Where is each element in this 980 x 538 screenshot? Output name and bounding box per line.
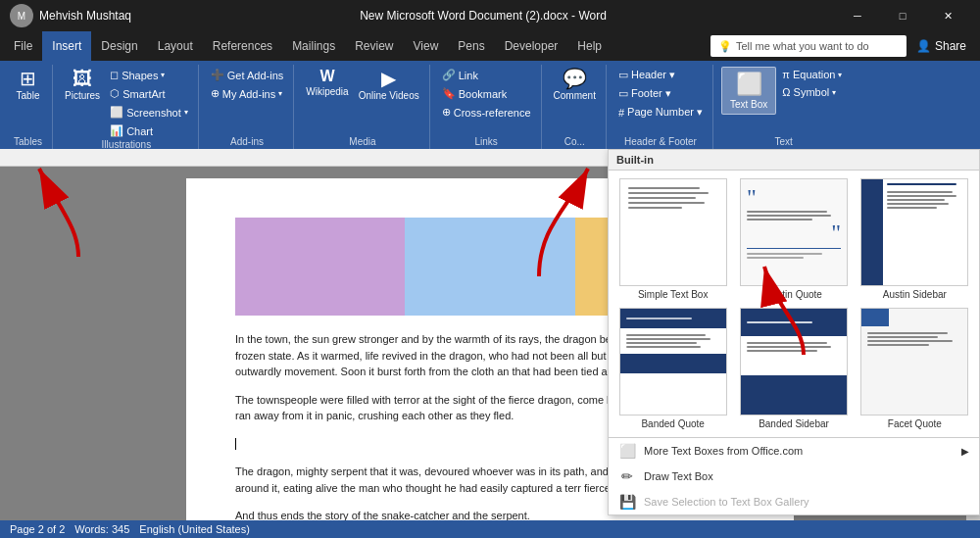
tab-mailings[interactable]: Mailings bbox=[282, 31, 345, 61]
austin-quote-label: Austin Quote bbox=[765, 289, 822, 300]
austin-preview: " " bbox=[740, 178, 848, 286]
symbol-button[interactable]: Ω Symbol ▾ bbox=[778, 84, 846, 100]
footer-icon: ▭ bbox=[618, 87, 628, 100]
symbol-icon: Ω bbox=[782, 86, 790, 98]
tab-layout[interactable]: Layout bbox=[148, 31, 203, 61]
textbox-austin-sidebar[interactable]: Austin Sidebar bbox=[858, 178, 971, 300]
banded-sidebar-preview bbox=[740, 308, 848, 416]
header-button[interactable]: ▭ Header ▾ bbox=[614, 67, 707, 83]
ribbon-group-text: ⬜ Text Box π Equation ▾ Ω Symbol ▾ Text bbox=[715, 65, 852, 149]
more-textboxes-action[interactable]: ⬜ More Text Boxes from Office.com ▶ bbox=[609, 438, 979, 464]
window-controls: ─ □ ✕ bbox=[835, 0, 970, 31]
draw-textbox-action[interactable]: ✏ Draw Text Box bbox=[609, 464, 979, 489]
tables-content: ⊞ Table bbox=[11, 65, 46, 136]
user-area: M Mehvish Mushtaq bbox=[10, 4, 131, 27]
search-placeholder: Tell me what you want to do bbox=[736, 40, 869, 52]
share-button[interactable]: 👤 Share bbox=[906, 39, 976, 53]
tab-help[interactable]: Help bbox=[567, 31, 612, 61]
status-bar: Page 2 of 2 Words: 345 English (United S… bbox=[0, 520, 980, 538]
save-icon: 💾 bbox=[618, 494, 636, 510]
textbox-banded-quote[interactable]: Banded Quote bbox=[616, 308, 729, 429]
tab-design[interactable]: Design bbox=[91, 31, 147, 61]
page-number-button[interactable]: # Page Number ▾ bbox=[614, 104, 707, 121]
text-content: ⬜ Text Box π Equation ▾ Ω Symbol ▾ bbox=[721, 65, 846, 136]
word-count: Words: 345 bbox=[74, 523, 129, 535]
banded-quote-label: Banded Quote bbox=[641, 418, 705, 429]
banded-quote-preview bbox=[619, 308, 727, 416]
lightbulb-icon: 💡 bbox=[718, 40, 732, 53]
cross-reference-button[interactable]: ⊕ Cross-reference bbox=[438, 104, 535, 121]
table-button[interactable]: ⊞ Table bbox=[11, 67, 46, 103]
ribbon-toolbar: ⊞ Table Tables 🖼 Pictures ◻ Shapes ▾ ⬡ S… bbox=[0, 61, 980, 149]
addins-content: ➕ Get Add-ins ⊕ My Add-ins ▾ bbox=[207, 65, 287, 136]
equation-button[interactable]: π Equation ▾ bbox=[778, 67, 846, 82]
smartart-button[interactable]: ⬡ SmartArt bbox=[106, 85, 192, 102]
my-addins-icon: ⊕ bbox=[211, 87, 220, 100]
textbox-facet-quote[interactable]: Facet Quote bbox=[858, 308, 971, 429]
tab-pens[interactable]: Pens bbox=[448, 31, 494, 61]
search-box[interactable]: 💡 Tell me what you want to do bbox=[710, 35, 906, 57]
arrow-icon: ▶ bbox=[961, 446, 969, 457]
screenshot-button[interactable]: ⬜ Screenshot ▾ bbox=[106, 104, 192, 121]
ribbon-group-tables: ⊞ Table Tables bbox=[4, 65, 53, 149]
textbox-grid: Simple Text Box " " bbox=[609, 171, 979, 437]
my-addins-button[interactable]: ⊕ My Add-ins ▾ bbox=[207, 85, 287, 102]
wikipedia-icon: W bbox=[319, 69, 334, 84]
save-selection-action: 💾 Save Selection to Text Box Gallery bbox=[609, 489, 979, 514]
draw-textbox-label: Draw Text Box bbox=[644, 470, 713, 482]
media-label: Media bbox=[349, 136, 375, 149]
ribbon-group-comments: 💬 Comment Co... bbox=[544, 65, 607, 149]
save-selection-label: Save Selection to Text Box Gallery bbox=[644, 496, 809, 508]
online-videos-button[interactable]: ▶ Online Videos bbox=[355, 67, 423, 103]
table-icon: ⊞ bbox=[20, 69, 36, 88]
tab-references[interactable]: References bbox=[203, 31, 282, 61]
close-button[interactable]: ✕ bbox=[925, 0, 970, 31]
tables-label: Tables bbox=[14, 136, 42, 149]
header-icon: ▭ bbox=[618, 69, 628, 81]
tab-review[interactable]: Review bbox=[345, 31, 403, 61]
equation-icon: π bbox=[782, 69, 790, 80]
maximize-button[interactable]: □ bbox=[880, 0, 925, 31]
user-name: Mehvish Mushtaq bbox=[39, 9, 131, 23]
austin-sidebar-label: Austin Sidebar bbox=[883, 289, 947, 300]
video-icon: ▶ bbox=[381, 69, 396, 88]
person-icon: 👤 bbox=[916, 39, 931, 53]
get-addins-button[interactable]: ➕ Get Add-ins bbox=[207, 67, 287, 83]
document-area: In the town, the sun grew stronger and b… bbox=[0, 149, 980, 520]
shapes-button[interactable]: ◻ Shapes ▾ bbox=[106, 67, 192, 83]
media-content: W Wikipedia ▶ Online Videos bbox=[302, 65, 422, 136]
bookmark-button[interactable]: 🔖 Bookmark bbox=[438, 85, 535, 102]
headerfooter-label: Header & Footer bbox=[624, 136, 697, 149]
page-number-icon: # bbox=[618, 107, 624, 119]
pictures-icon: 🖼 bbox=[73, 69, 92, 88]
wikipedia-button[interactable]: W Wikipedia bbox=[302, 67, 352, 99]
tab-file[interactable]: File bbox=[4, 31, 42, 61]
comments-content: 💬 Comment bbox=[550, 65, 600, 136]
link-button[interactable]: 🔗 Link bbox=[438, 67, 535, 83]
comment-button[interactable]: 💬 Comment bbox=[550, 67, 600, 103]
title-bar: M Mehvish Mushtaq New Microsoft Word Doc… bbox=[0, 0, 980, 31]
simple-label: Simple Text Box bbox=[638, 289, 709, 300]
minimize-button[interactable]: ─ bbox=[835, 0, 880, 31]
bookmark-icon: 🔖 bbox=[442, 87, 456, 100]
links-content: 🔗 Link 🔖 Bookmark ⊕ Cross-reference bbox=[438, 65, 535, 136]
pictures-button[interactable]: 🖼 Pictures bbox=[61, 67, 104, 103]
tab-view[interactable]: View bbox=[404, 31, 449, 61]
comments-label: Co... bbox=[564, 136, 585, 149]
comment-icon: 💬 bbox=[563, 69, 587, 88]
avatar: M bbox=[10, 4, 33, 27]
textbox-austin-quote[interactable]: " " Austin Quote bbox=[737, 178, 850, 300]
tab-developer[interactable]: Developer bbox=[495, 31, 568, 61]
more-icon: ⬜ bbox=[618, 443, 636, 459]
chart-button[interactable]: 📊 Chart bbox=[106, 122, 192, 139]
textbox-banded-sidebar[interactable]: Banded Sidebar bbox=[737, 308, 850, 429]
dropdown-actions: ⬜ More Text Boxes from Office.com ▶ ✏ Dr… bbox=[609, 437, 979, 514]
textbox-dropdown: Built-in Simple Text Box bbox=[608, 149, 980, 515]
tab-insert[interactable]: Insert bbox=[42, 31, 91, 61]
ribbon-group-illustrations: 🖼 Pictures ◻ Shapes ▾ ⬡ SmartArt ⬜ Scree… bbox=[55, 65, 199, 149]
austin-sidebar-preview bbox=[860, 178, 968, 286]
ribbon-group-links: 🔗 Link 🔖 Bookmark ⊕ Cross-reference Link… bbox=[432, 65, 542, 149]
textbox-simple[interactable]: Simple Text Box bbox=[616, 178, 729, 300]
textbox-button[interactable]: ⬜ Text Box bbox=[721, 67, 776, 115]
footer-button[interactable]: ▭ Footer ▾ bbox=[614, 85, 707, 102]
